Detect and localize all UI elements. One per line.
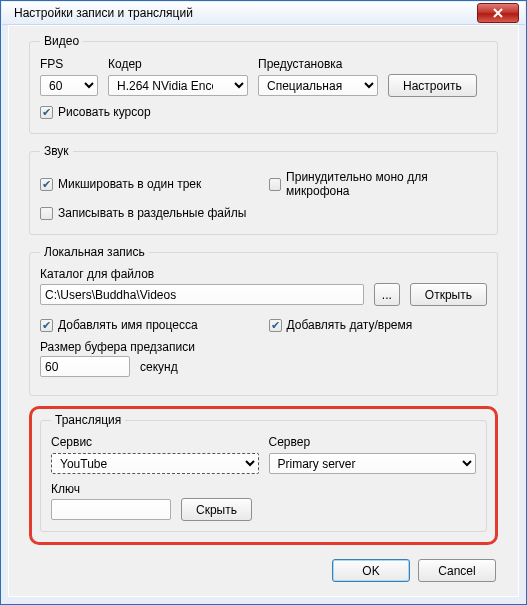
- service-select[interactable]: YouTube: [51, 453, 259, 474]
- buffer-input[interactable]: [40, 356, 130, 377]
- separate-checkbox[interactable]: Записывать в раздельные файлы: [40, 206, 487, 220]
- checkbox-icon: [40, 319, 53, 332]
- video-legend: Видео: [40, 34, 83, 48]
- local-legend: Локальная запись: [40, 245, 149, 259]
- key-label: Ключ: [51, 482, 476, 496]
- draw-cursor-checkbox[interactable]: Рисовать курсор: [40, 105, 487, 119]
- hide-button[interactable]: Скрыть: [181, 498, 252, 521]
- preset-label: Предустановка: [258, 57, 378, 71]
- cancel-button[interactable]: Cancel: [418, 559, 496, 582]
- highlight-box: Трансляция Сервис YouTube Сервер Primary…: [29, 406, 498, 545]
- checkbox-icon: [269, 319, 282, 332]
- mono-checkbox[interactable]: Принудительно моно для микрофона: [269, 170, 488, 198]
- stream-legend: Трансляция: [51, 413, 125, 427]
- add-process-label: Добавлять имя процесса: [58, 318, 198, 332]
- close-button[interactable]: [477, 3, 519, 23]
- configure-button[interactable]: Настроить: [388, 74, 477, 97]
- add-process-checkbox[interactable]: Добавлять имя процесса: [40, 318, 259, 332]
- open-button[interactable]: Открыть: [410, 283, 487, 306]
- coder-select[interactable]: H.264 NVidia Encoder: [108, 75, 248, 96]
- close-icon: [493, 8, 503, 18]
- server-label: Сервер: [269, 435, 477, 449]
- separate-label: Записывать в раздельные файлы: [58, 206, 246, 220]
- preset-select[interactable]: Специальная: [258, 75, 378, 96]
- window-title: Настройки записи и трансляций: [14, 6, 477, 20]
- fps-label: FPS: [40, 57, 98, 71]
- checkbox-icon: [40, 106, 53, 119]
- audio-legend: Звук: [40, 144, 73, 158]
- catalog-input[interactable]: [40, 284, 364, 305]
- coder-label: Кодер: [108, 57, 248, 71]
- key-input[interactable]: [51, 499, 171, 520]
- add-datetime-label: Добавлять дату/время: [287, 318, 413, 332]
- catalog-label: Каталог для файлов: [40, 267, 487, 281]
- fps-select[interactable]: 60: [40, 75, 98, 96]
- add-datetime-checkbox[interactable]: Добавлять дату/время: [269, 318, 488, 332]
- server-select[interactable]: Primary server: [269, 453, 477, 474]
- stream-group: Трансляция Сервис YouTube Сервер Primary…: [40, 413, 487, 532]
- mix-label: Микшировать в один трек: [58, 177, 201, 191]
- buffer-label: Размер буфера предзаписи: [40, 340, 487, 354]
- draw-cursor-label: Рисовать курсор: [58, 105, 151, 119]
- ok-button[interactable]: OK: [332, 559, 410, 582]
- mix-checkbox[interactable]: Микшировать в один трек: [40, 177, 259, 191]
- checkbox-icon: [40, 178, 53, 191]
- video-group: Видео FPS 60 Кодер H.264 NVidia Encoder …: [29, 34, 498, 134]
- audio-group: Звук Микшировать в один трек Принудитель…: [29, 144, 498, 235]
- checkbox-icon: [269, 178, 282, 191]
- browse-button[interactable]: ...: [374, 283, 400, 306]
- mono-label: Принудительно моно для микрофона: [286, 170, 487, 198]
- local-group: Локальная запись Каталог для файлов ... …: [29, 245, 498, 396]
- checkbox-icon: [40, 207, 53, 220]
- buffer-unit: секунд: [140, 360, 178, 374]
- service-label: Сервис: [51, 435, 259, 449]
